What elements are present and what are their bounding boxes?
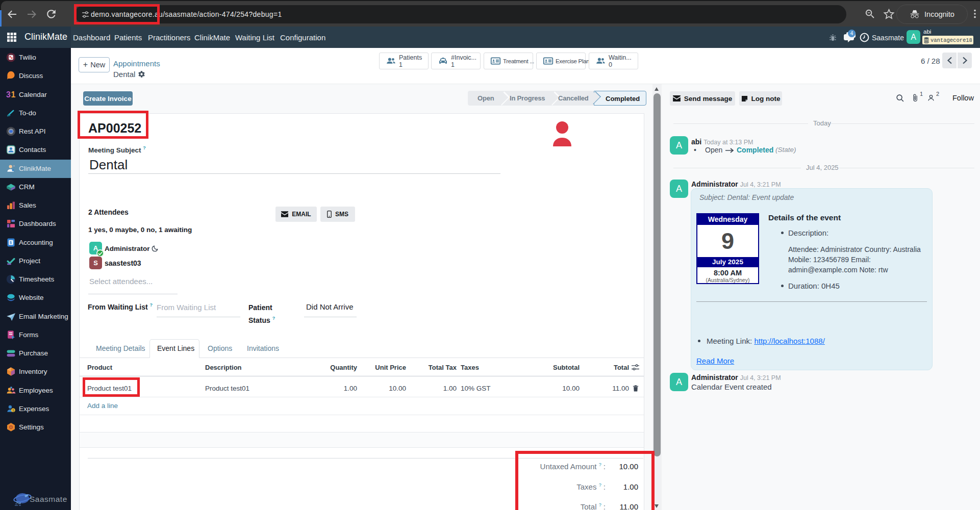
svg-text:$: $ (12, 409, 14, 413)
svg-text:$: $ (10, 240, 12, 245)
svg-text:3: 3 (6, 90, 11, 99)
svg-text:1: 1 (11, 90, 16, 99)
